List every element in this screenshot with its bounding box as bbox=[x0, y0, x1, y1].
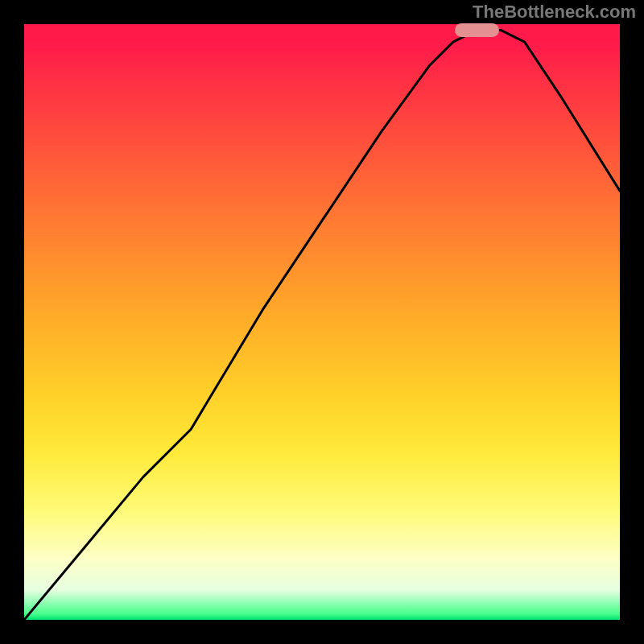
optimum-marker bbox=[455, 23, 500, 36]
plot-area bbox=[24, 24, 620, 620]
gradient-background bbox=[24, 24, 620, 620]
watermark: TheBottleneck.com bbox=[473, 2, 636, 23]
chart-container: TheBottleneck.com bbox=[0, 0, 644, 644]
